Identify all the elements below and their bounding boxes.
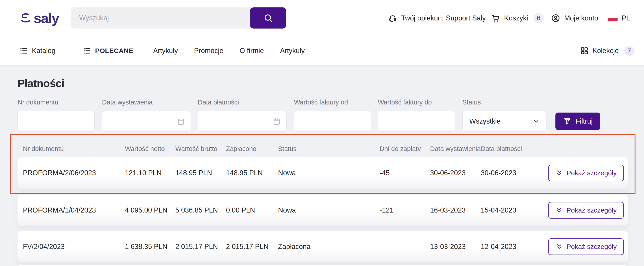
grid-icon [580, 47, 588, 55]
list-icon [83, 47, 91, 55]
filter-label-payment-date: Data płatności [198, 98, 286, 106]
logo[interactable]: saly [19, 11, 59, 25]
filter-label-issue-date: Data wystawienia [102, 98, 191, 106]
search-icon [263, 13, 273, 23]
calendar-icon [177, 117, 185, 125]
cell-paid: 0.00 PLN [226, 206, 278, 214]
column-header-3: Wartość brutto [175, 145, 226, 153]
filter-input-doc-number[interactable] [18, 111, 95, 132]
filter-input-invoice-value-to[interactable] [378, 111, 455, 132]
table-header: Nr dokumentuWartość nettoWartość bruttoZ… [18, 135, 628, 156]
column-header-6: Dni do zapłaty [380, 145, 430, 153]
main-nav: Katalog POLECANE ArtykułyPromocjeO firmi… [0, 36, 644, 66]
table-row-partial [18, 265, 628, 266]
column-header-8: Data płatności [481, 145, 534, 153]
filter-input-control-issue-date[interactable] [108, 117, 177, 125]
cell-doc: PROFORMA/1/04/2023 [23, 206, 125, 214]
cell-days: -45 [380, 169, 430, 177]
show-details-button[interactable]: Pokaż szczegóły [548, 238, 624, 255]
double-chevron-down-icon [556, 169, 563, 177]
nav-item-polecane[interactable]: POLECANE [83, 36, 134, 65]
cell-due: 15-04-2023 [481, 206, 534, 214]
nav-link-2[interactable]: O firmie [240, 47, 264, 55]
filter-input-payment-date[interactable] [198, 111, 286, 132]
table-body: PROFORMA/2/06/2023121.10 PLN148.95 PLN14… [18, 157, 628, 266]
table-row: FV/2/04/20231 638.35 PLN2 015.17 PLN2 01… [18, 231, 628, 262]
cell-due: 12-04-2023 [481, 243, 534, 251]
column-header-1: Nr dokumentu [23, 145, 125, 153]
nav-polecane-label: POLECANE [95, 47, 134, 55]
filter-label-invoice-value-to: Wartość faktury do [378, 98, 455, 106]
account-label: Moje konto [564, 14, 598, 22]
filter-input-control-payment-date[interactable] [204, 117, 272, 125]
filter-field-status: Status Wszystkie [462, 98, 546, 132]
cell-action: Pokaż szczegóły [534, 238, 624, 255]
nav-item-kolekcje[interactable]: Kolekcje 7 [580, 36, 634, 65]
cell-issued: 30-06-2023 [430, 169, 481, 177]
filter-label-status: Status [462, 98, 546, 106]
search-bar [71, 8, 286, 29]
language-selector[interactable]: PL [608, 0, 630, 36]
filter-button[interactable]: Filtruj [556, 112, 600, 130]
filter-field-invoice-value-from: Wartość faktury od [294, 98, 371, 132]
show-details-label: Pokaż szczegóły [567, 169, 617, 177]
nav-kolekcje-label: Kolekcje [592, 47, 619, 55]
cell-paid: 2 015.17 PLN [226, 243, 278, 251]
filter-input-issue-date[interactable] [102, 111, 191, 132]
double-chevron-down-icon [556, 243, 563, 250]
cart-icon [491, 14, 500, 23]
cell-netto: 121.10 PLN [125, 169, 175, 177]
caretaker-link[interactable]: Twój opiekun: Support Saly [388, 0, 486, 36]
cell-netto: 1 638.35 PLN [125, 243, 175, 251]
carts-count-badge: 6 [534, 13, 544, 23]
poland-flag-icon [608, 15, 618, 21]
filter-input-invoice-value-from[interactable] [294, 111, 371, 132]
double-chevron-down-icon [556, 206, 563, 214]
nav-link-0[interactable]: Artykuły [153, 47, 178, 55]
filter-input-control-doc-number[interactable] [23, 117, 89, 125]
carts-link[interactable]: Koszyki 6 [491, 0, 544, 36]
table-row: PROFORMA/1/04/20234 095.00 PLN5 036.85 P… [18, 195, 628, 226]
nav-divider [64, 36, 64, 65]
column-header-7: Data wystawienia [430, 145, 481, 153]
cell-issued: 16-03-2023 [430, 206, 481, 214]
cell-due: 30-06-2023 [481, 169, 534, 177]
filter-input-control-invoice-value-to[interactable] [384, 117, 450, 125]
filter-button-label: Filtruj [576, 117, 593, 125]
search-button[interactable] [250, 8, 286, 29]
user-icon [551, 14, 560, 23]
caretaker-label: Twój opiekun: [401, 14, 444, 22]
nav-links: ArtykułyPromocjeO firmieArtykuły [153, 36, 305, 65]
nav-link-1[interactable]: Promocje [194, 47, 223, 55]
cell-action: Pokaż szczegóły [534, 165, 624, 181]
cell-brutto: 5 036.85 PLN [175, 206, 226, 214]
list-icon [20, 47, 28, 55]
table-row: PROFORMA/2/06/2023121.10 PLN148.95 PLN14… [18, 157, 628, 189]
column-header-4: Zapłacono [226, 145, 278, 153]
filter-input-control-invoice-value-from[interactable] [300, 117, 366, 125]
top-header: saly Twój opiekun: Support Saly [0, 0, 644, 36]
filter-field-doc-number: Nr dokumentu [18, 98, 95, 132]
funnel-icon [563, 117, 572, 125]
cell-action: Pokaż szczegóły [534, 202, 624, 219]
caretaker-text: Twój opiekun: Support Saly [401, 14, 486, 22]
cell-brutto: 148.95 PLN [175, 169, 226, 177]
payments-page: Płatności Nr dokumentuData wystawieniaDa… [0, 66, 644, 266]
logo-cart-icon [19, 12, 32, 24]
filter-label-invoice-value-from: Wartość faktury od [294, 98, 371, 106]
show-details-button[interactable]: Pokaż szczegóły [548, 165, 624, 181]
cell-brutto: 2 015.17 PLN [175, 243, 226, 251]
column-header-2: Wartość netto [125, 145, 175, 153]
nav-link-3[interactable]: Artykuły [280, 47, 305, 55]
status-select[interactable]: Wszystkie [462, 111, 546, 132]
cell-status: Nowa [278, 169, 380, 177]
cell-days: -121 [380, 206, 430, 214]
cell-status: Nowa [278, 206, 380, 214]
show-details-button[interactable]: Pokaż szczegóły [548, 202, 624, 219]
nav-item-katalog[interactable]: Katalog [20, 36, 56, 65]
headset-icon [388, 14, 397, 23]
cell-doc: FV/2/04/2023 [23, 243, 125, 251]
my-account-link[interactable]: Moje konto [551, 0, 598, 36]
cell-status: Zapłacona [278, 243, 380, 251]
column-header-5: Status [278, 145, 380, 153]
